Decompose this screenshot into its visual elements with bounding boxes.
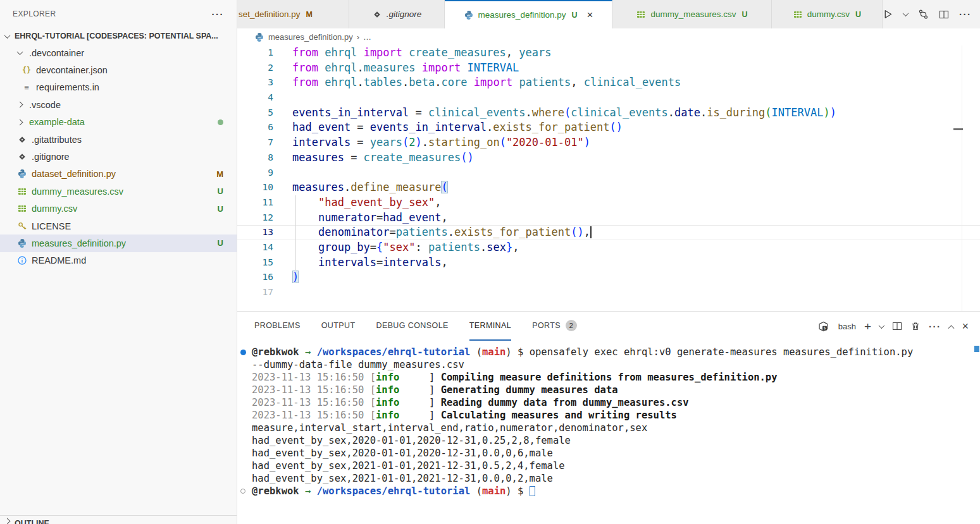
code-token: from xyxy=(292,46,318,59)
chevron-down-icon[interactable] xyxy=(903,12,908,16)
explorer-title: EXPLORER xyxy=(13,9,56,18)
tab-dummy-csv[interactable]: dummy.csvU xyxy=(772,0,883,28)
tab-dummy-measures-csv[interactable]: dummy_measures.csvU xyxy=(612,0,772,28)
chevron-up-icon[interactable] xyxy=(949,324,953,329)
code-line-2[interactable]: 2from ehrql.measures import INTERVAL xyxy=(237,61,980,76)
line-number: 16 xyxy=(237,270,273,285)
sidebar-item-readme-md[interactable]: README.md xyxy=(0,252,237,269)
code-line-16[interactable]: 16) xyxy=(237,270,980,285)
code-line-3[interactable]: 3from ehrql.tables.beta.core import pati… xyxy=(237,75,980,90)
panel-tab-ports[interactable]: PORTS2 xyxy=(532,312,577,341)
close-icon[interactable]: × xyxy=(586,9,593,20)
sidebar-item--vscode[interactable]: .vscode xyxy=(0,96,237,113)
code-token: tables xyxy=(364,76,402,88)
open-changes-icon[interactable] xyxy=(918,9,929,20)
python-icon xyxy=(17,238,27,248)
workspace-section-header[interactable]: EHRQL-TUTORIAL [CODESPACES: POTENTIAL SP… xyxy=(0,28,237,44)
panel-tab-output[interactable]: OUTPUT xyxy=(321,312,356,341)
code-line-1[interactable]: 1from ehrql import create_measures, year… xyxy=(237,46,980,61)
code-line-17[interactable]: 17 xyxy=(237,285,980,300)
code-line-14[interactable]: 14 group_by={"sex": patients.sex}, xyxy=(237,240,980,255)
split-terminal-icon[interactable] xyxy=(892,321,902,331)
file-label: .gitattributes xyxy=(32,135,82,145)
panel-tab-problems[interactable]: PROBLEMS xyxy=(254,312,301,341)
shell-label[interactable]: bash xyxy=(838,322,856,331)
chevron-down-icon[interactable] xyxy=(879,324,884,329)
terminal-token: measure,interval_start,interval_end,rati… xyxy=(252,422,647,434)
line-number: 9 xyxy=(237,166,273,181)
tab-label: dummy.csv xyxy=(807,9,850,19)
code-token: : xyxy=(416,241,428,253)
code-token: sex xyxy=(487,241,506,253)
sidebar-item-measures-definition-py[interactable]: measures_definition.pyU xyxy=(0,235,237,252)
code-line-4[interactable]: 4 xyxy=(237,90,980,106)
code-token: , xyxy=(571,76,583,88)
code-line-9[interactable]: 9 xyxy=(237,166,980,181)
command-decoration-filled[interactable] xyxy=(237,346,252,358)
more-icon[interactable]: ··· xyxy=(929,321,941,332)
explorer-more-icon[interactable]: ··· xyxy=(212,9,225,20)
terminal-gutter xyxy=(237,396,252,409)
sidebar-item-license[interactable]: LICENSE xyxy=(0,217,237,235)
add-icon[interactable]: + xyxy=(864,320,871,332)
sidebar-item--gitattributes[interactable]: .gitattributes xyxy=(0,131,237,148)
sidebar-item-dataset-definition-py[interactable]: dataset_definition.pyM xyxy=(0,166,237,183)
terminal-token: 2023-11-13 15:16:50 [ xyxy=(252,410,376,421)
sidebar-item-devcontainer-json[interactable]: {}devcontainer.json xyxy=(0,61,237,78)
terminal-token: had_event_by_sex,2020-01-01,2020-12-31,0… xyxy=(252,435,571,446)
sidebar-item-dummy-csv[interactable]: dummy.csvU xyxy=(0,200,237,217)
tab--gitignore[interactable]: .gitignore xyxy=(349,0,445,28)
code-line-15[interactable]: 15 intervals=intervals, xyxy=(237,255,980,271)
panel-tab-terminal[interactable]: TERMINAL xyxy=(469,312,511,341)
outline-section-header[interactable]: OUTLINE xyxy=(0,515,237,524)
code-token xyxy=(318,46,325,59)
git-status-badge: M xyxy=(216,169,223,179)
sidebar-item-dummy-measures-csv[interactable]: dummy_measures.csvU xyxy=(0,183,237,200)
file-label: .gitignore xyxy=(32,152,70,162)
split-editor-icon[interactable] xyxy=(939,9,949,20)
sidebar-item-requirements-in[interactable]: ≡requirements.in xyxy=(0,79,237,96)
code-line-6[interactable]: 6had_event = events_in_interval.exists_f… xyxy=(237,120,980,135)
code-line-10[interactable]: 10measures.define_measure( xyxy=(237,180,980,195)
editor-tab-bar: set_definition.pyM.gitignoremeasures_def… xyxy=(237,0,980,28)
panel-tab-debug-console[interactable]: DEBUG CONSOLE xyxy=(376,312,448,341)
line-number: 5 xyxy=(237,106,273,121)
run-icon[interactable] xyxy=(883,9,893,20)
trash-icon[interactable] xyxy=(910,321,921,331)
code-token: = xyxy=(350,121,370,133)
tab-set-definition-py[interactable]: set_definition.pyM xyxy=(237,0,349,28)
panel-header: PROBLEMSOUTPUTDEBUG CONSOLETERMINALPORTS… xyxy=(237,312,980,341)
code-line-5[interactable]: 5events_in_interval = clinical_events.wh… xyxy=(237,106,980,121)
tab-measures-definition-py[interactable]: measures_definition.pyU× xyxy=(445,0,612,28)
sidebar-item--devcontainer[interactable]: .devcontainer xyxy=(0,44,237,61)
terminal-text: 2023-11-13 15:16:50 [info ] Generating d… xyxy=(252,384,618,396)
code-line-8[interactable]: 8measures = create_measures() xyxy=(237,150,980,166)
command-decoration-hollow[interactable] xyxy=(237,485,252,497)
code-token xyxy=(402,46,409,59)
breadcrumb[interactable]: measures_definition.py › … xyxy=(237,28,980,46)
sidebar-item--gitignore[interactable]: .gitignore xyxy=(0,148,237,165)
code-line-7[interactable]: 7intervals = years(2).starting_on("2020-… xyxy=(237,135,980,150)
terminal-line: @rebkwok → /workspaces/ehrql-tutorial (m… xyxy=(237,346,980,358)
more-icon[interactable]: ··· xyxy=(959,9,972,20)
code-token: , xyxy=(435,196,441,209)
breadcrumb-file[interactable]: measures_definition.py xyxy=(268,32,353,42)
terminal-output[interactable]: @rebkwok → /workspaces/ehrql-tutorial (m… xyxy=(237,341,980,497)
code-token: ) xyxy=(416,136,422,149)
breadcrumb-more[interactable]: … xyxy=(363,32,371,42)
code-editor[interactable]: 1from ehrql import create_measures, year… xyxy=(237,46,980,311)
panel-tab-label: PROBLEMS xyxy=(254,321,301,330)
sidebar-item-example-data[interactable]: example-data xyxy=(0,114,237,131)
code-token: = xyxy=(376,256,383,269)
code-token: , xyxy=(506,46,519,59)
code-line-11[interactable]: 11 "had_event_by_sex", xyxy=(237,195,980,210)
vscode-window: EXPLORER ··· EHRQL-TUTORIAL [CODESPACES:… xyxy=(0,0,980,524)
tab-git-badge: U xyxy=(571,11,577,20)
code-token: clinical_events xyxy=(584,76,681,88)
close-icon[interactable]: × xyxy=(962,320,969,332)
terminal-token: ] xyxy=(399,384,440,396)
terminal-token: ] xyxy=(399,397,440,408)
code-token: . xyxy=(700,106,707,119)
code-line-12[interactable]: 12 numerator=had_event, xyxy=(237,210,980,226)
code-line-13[interactable]: 13 denominator=patients.exists_for_patie… xyxy=(237,225,980,240)
